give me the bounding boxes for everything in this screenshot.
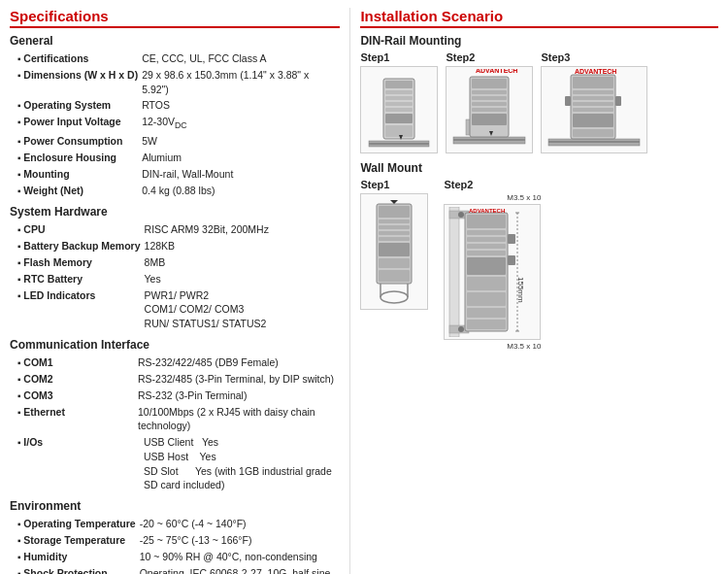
eh-value: Alumium xyxy=(140,150,340,166)
svg-rect-45 xyxy=(379,243,410,256)
general-heading: General xyxy=(10,34,340,48)
wall-step2-wrapper: M3.5 x 10 xyxy=(444,193,541,351)
com2-value: RS-232/485 (3-Pin Terminal, by DIP switc… xyxy=(136,371,340,388)
wall-steps-row: Step1 xyxy=(360,179,718,351)
dim-value: 29 x 98.6 x 150.3mm (1.14" x 3.88" x 5.9… xyxy=(140,67,340,97)
table-row: Storage Temperature -25 ~ 75°C (-13 ~ 16… xyxy=(10,532,340,549)
svg-rect-59 xyxy=(467,251,506,255)
table-row: COM1 RS-232/422/485 (DB9 Female) xyxy=(10,355,340,371)
table-row: RTC Battery Yes xyxy=(10,271,340,287)
table-row: Operating System RTOS xyxy=(10,97,340,114)
os-value: RTOS xyxy=(140,97,340,114)
com1-value: RS-232/422/485 (DB9 Female) xyxy=(136,355,340,371)
svg-rect-62 xyxy=(467,292,506,306)
din-step2-label: Step2 xyxy=(446,51,475,63)
wall-step1-image xyxy=(360,193,428,310)
bbm-value: 128KB xyxy=(143,238,341,254)
st-temp-value: -25 ~ 75°C (-13 ~ 166°F) xyxy=(138,532,341,549)
svg-rect-27 xyxy=(573,90,613,94)
rtc-label: RTC Battery xyxy=(10,271,143,287)
pc-value: 5W xyxy=(140,133,340,150)
svg-rect-58 xyxy=(467,244,506,249)
svg-rect-4 xyxy=(385,102,413,106)
mount-label: Mounting xyxy=(10,166,140,183)
svg-rect-43 xyxy=(379,231,410,235)
din-step2: Step2 xyxy=(446,51,533,153)
svg-rect-15 xyxy=(472,79,507,88)
svg-rect-60 xyxy=(467,257,506,275)
svg-rect-29 xyxy=(573,102,613,106)
din-device-2-svg: ADVANTECH xyxy=(448,69,530,151)
table-row: COM2 RS-232/485 (3-Pin Terminal, by DIP … xyxy=(10,371,340,388)
table-row: Ethernet 10/100Mbps (2 x RJ45 with daisy… xyxy=(10,404,340,434)
svg-text:ADVANTECH: ADVANTECH xyxy=(476,69,517,74)
svg-rect-34 xyxy=(565,96,571,106)
com1-label: COM1 xyxy=(10,355,136,371)
svg-point-53 xyxy=(458,326,464,332)
flash-label: Flash Memory xyxy=(10,254,143,271)
humidity-label: Humidity xyxy=(10,549,138,565)
svg-rect-28 xyxy=(573,96,613,100)
din-step3-label: Step3 xyxy=(541,51,570,63)
install-title: Installation Scenario xyxy=(360,8,718,28)
env-heading: Environment xyxy=(10,499,340,513)
eth-value: 10/100Mbps (2 x RJ45 with daisy chain te… xyxy=(136,404,340,434)
svg-rect-17 xyxy=(472,96,507,100)
screw-top-label: M3.5 x 10 xyxy=(507,193,541,202)
svg-text:ADVANTECH: ADVANTECH xyxy=(575,69,616,75)
svg-rect-19 xyxy=(472,108,507,112)
din-step1-image xyxy=(360,66,438,153)
din-steps-row: Step1 xyxy=(360,51,718,153)
svg-rect-9 xyxy=(369,143,429,145)
system-heading: System Hardware xyxy=(10,205,340,219)
svg-rect-30 xyxy=(573,108,613,112)
svg-rect-1 xyxy=(385,81,413,88)
svg-rect-2 xyxy=(385,90,413,94)
com3-value: RS-232 (3-Pin Terminal) xyxy=(136,388,340,404)
table-row: Flash Memory 8MB xyxy=(10,254,340,271)
svg-rect-12 xyxy=(453,139,525,141)
svg-rect-55 xyxy=(467,215,506,228)
svg-rect-18 xyxy=(472,102,507,106)
svg-rect-24 xyxy=(548,141,640,143)
flash-value: 8MB xyxy=(143,254,341,271)
din-device-3-svg: ADVANTECH xyxy=(544,69,645,151)
cert-label: Certifications xyxy=(10,51,140,67)
wall-step2-img-row: ADVANTECH 155mm xyxy=(444,204,541,340)
svg-rect-32 xyxy=(573,129,613,137)
table-row: Dimensions (W x H x D) 29 x 98.6 x 150.3… xyxy=(10,67,340,97)
table-row: Certifications CE, CCC, UL, FCC Class A xyxy=(10,51,340,67)
svg-rect-6 xyxy=(385,114,413,123)
wall-step2-svg: ADVANTECH 155mm xyxy=(447,207,537,337)
din-step3: Step3 xyxy=(541,51,647,153)
wall-step2-label: Step2 xyxy=(444,179,473,190)
cpu-value: RISC ARM9 32Bit, 200MHz xyxy=(143,221,341,238)
wall-step2-image: ADVANTECH 155mm xyxy=(444,204,541,340)
system-table: CPU RISC ARM9 32Bit, 200MHz Battery Back… xyxy=(10,221,340,332)
wall-step1: Step1 xyxy=(360,179,428,310)
op-temp-value: -20 ~ 60°C (-4 ~ 140°F) xyxy=(138,516,341,532)
sd-slot-row: SD Slot Yes (with 1GB industrial grade S… xyxy=(138,464,338,492)
svg-rect-26 xyxy=(573,77,613,88)
table-row: CPU RISC ARM9 32Bit, 200MHz xyxy=(10,221,340,238)
rtc-value: Yes xyxy=(143,271,341,287)
svg-rect-63 xyxy=(467,308,506,318)
led-value: PWR1/ PWR2 COM1/ COM2/ COM3 RUN/ STATUS1… xyxy=(143,287,341,332)
svg-rect-67 xyxy=(508,255,515,265)
cpu-label: CPU xyxy=(10,221,143,238)
table-row: LED Indicators PWR1/ PWR2 COM1/ COM2/ CO… xyxy=(10,287,340,332)
table-row: Shock Protection Operating, IEC 60068-2-… xyxy=(10,565,340,574)
led-label: LED Indicators xyxy=(10,287,143,332)
svg-rect-46 xyxy=(379,258,410,268)
table-row: I/Os USB Client Yes USB Host Yes SD Slot… xyxy=(10,434,340,493)
mount-value: DIN-rail, Wall-Mount xyxy=(140,166,340,183)
table-row: COM3 RS-232 (3-Pin Terminal) xyxy=(10,388,340,404)
eh-label: Enclosure Housing xyxy=(10,150,140,166)
wall-step1-svg xyxy=(363,196,425,307)
din-step2-image: ADVANTECH xyxy=(446,66,533,153)
comm-heading: Communication Interface xyxy=(10,338,340,352)
svg-rect-5 xyxy=(385,108,413,112)
svg-rect-61 xyxy=(467,277,506,290)
usb-client-row: USB Client Yes xyxy=(138,435,338,450)
din-step1: Step1 xyxy=(360,51,438,153)
